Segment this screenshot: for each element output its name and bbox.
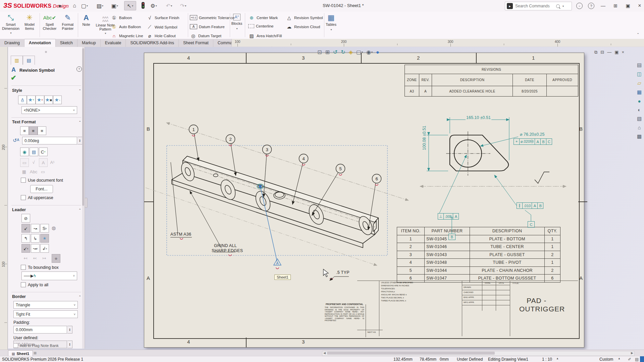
- select-tool-button[interactable]: ↖▾: [124, 1, 136, 10]
- note-grind-1[interactable]: GRIND ALL: [214, 243, 237, 248]
- underlined-leader-button[interactable]: ↲x: [40, 244, 49, 253]
- align-left-button[interactable]: ≡: [20, 126, 29, 135]
- save-button[interactable]: ▣▾: [111, 1, 119, 10]
- panel-help-icon[interactable]: ?: [76, 66, 82, 72]
- font-button[interactable]: Font...: [30, 185, 53, 193]
- no-leader-button[interactable]: ⊘: [21, 214, 30, 223]
- units-dropdown-arrow[interactable]: ▲: [618, 357, 621, 360]
- user-profile-icon[interactable]: ◦: [576, 3, 583, 9]
- redo-button[interactable]: ↷▾: [179, 1, 187, 10]
- search-commands-box[interactable]: ▸ ▾: [505, 2, 572, 10]
- tab-evaluate[interactable]: Evaluate: [101, 39, 126, 47]
- geometric-tolerance-button[interactable]: ⌖0.1Geometric Tolerance: [190, 15, 234, 20]
- style-save-button[interactable]: ★▣: [44, 96, 53, 104]
- scale-dropdown-arrow[interactable]: ▲: [556, 357, 559, 360]
- tab-markup[interactable]: Markup: [77, 39, 101, 47]
- leader-style-button[interactable]: ★: [52, 254, 60, 263]
- search-dropdown-arrow[interactable]: ▾: [562, 5, 564, 8]
- scene-icon[interactable]: ◐: [638, 107, 641, 113]
- revision-cloud-button[interactable]: ☁Revision Cloud: [286, 24, 320, 29]
- centerline-button[interactable]: Centerline: [248, 24, 273, 28]
- insert-finish-button[interactable]: √: [30, 158, 38, 166]
- align-right-button[interactable]: ≡: [38, 126, 46, 135]
- use-document-font-checkbox[interactable]: Use document font: [21, 178, 63, 183]
- scrollbar-thumb[interactable]: [327, 352, 495, 355]
- help-icon[interactable]: ?: [588, 3, 594, 9]
- ribbon-collapse-chevron[interactable]: ⌃: [637, 33, 639, 36]
- all-uppercase-checkbox[interactable]: All uppercase: [21, 195, 53, 200]
- doc-close-icon[interactable]: ×: [622, 50, 625, 55]
- doc-split-icon[interactable]: ⊟: [600, 50, 604, 55]
- text-format-section-header[interactable]: Text Format: [12, 120, 36, 124]
- scroll-left-arrow[interactable]: ◀: [323, 351, 326, 355]
- align-center-button[interactable]: ≡: [29, 126, 38, 135]
- new-document-button[interactable]: ▢▾: [80, 1, 89, 10]
- dim-width[interactable]: 165.10 ±0.51: [466, 115, 491, 120]
- fcf-perpendicularity[interactable]: ⊥.005A: [438, 213, 459, 220]
- weld-symbol-button[interactable]: ⟋Weld Symbol: [146, 24, 177, 30]
- tab-annotation[interactable]: Annotation: [24, 39, 56, 47]
- render-mode-icon[interactable]: ●: [376, 49, 379, 55]
- note-typ[interactable]: .5 TYP: [336, 270, 350, 275]
- flag-note-bank-checkbox[interactable]: Add to Flag Note Bank: [13, 343, 59, 348]
- style-section-header[interactable]: Style: [12, 88, 22, 93]
- insert-gtol-button[interactable]: ▭: [20, 158, 29, 167]
- zoom-to-area-icon[interactable]: ⊞: [325, 49, 329, 55]
- tags-icon[interactable]: ✐: [628, 357, 631, 362]
- border-style-dropdown[interactable]: Triangle˅: [13, 301, 78, 309]
- link-property-button[interactable]: ▤: [30, 147, 38, 156]
- add-symbol-button[interactable]: C+: [39, 147, 48, 156]
- datum-flag-c[interactable]: C: [528, 221, 535, 228]
- home-button[interactable]: ⌂: [70, 1, 78, 10]
- stack-note-button[interactable]: A¹: [48, 158, 56, 166]
- smart-dimension-button[interactable]: ⤡ Smart Dimension▾: [2, 14, 19, 35]
- magnetic-line-anchor[interactable]: [259, 185, 262, 188]
- blocks-button[interactable]: A° Blocks▾: [229, 14, 244, 31]
- leader-collapse-caret[interactable]: ⌃: [78, 208, 81, 212]
- panel-scrollbar[interactable]: [82, 47, 84, 349]
- to-bounding-box-checkbox[interactable]: To bounding box: [21, 265, 59, 270]
- leader-nearest-button[interactable]: ★: [40, 234, 49, 243]
- spell-checker-button[interactable]: Abc✔ Spell Checker: [41, 14, 58, 31]
- dim-height[interactable]: 100.08 ±0.51: [422, 125, 427, 151]
- custom-properties-icon[interactable]: ▧: [637, 116, 642, 122]
- area-hatch-button[interactable]: ▨Area Hatch/Fill: [248, 33, 282, 39]
- border-section-header[interactable]: Border: [12, 294, 26, 299]
- design-library-icon[interactable]: ◫: [637, 71, 642, 77]
- tab-configuration[interactable]: ▤: [23, 56, 35, 65]
- tab-sheet-format[interactable]: Sheet Format: [179, 39, 213, 47]
- spline-leader-button[interactable]: Sx: [40, 224, 49, 233]
- tab-drawing[interactable]: Drawing: [0, 39, 24, 47]
- insert-block-button[interactable]: ▭: [39, 168, 47, 176]
- balloon-button[interactable]: ①Balloon: [111, 15, 132, 20]
- search-input[interactable]: [515, 3, 556, 9]
- user-defined-spinner[interactable]: ▲▼: [67, 341, 72, 348]
- graphics-area[interactable]: 200 100 4 3 2 1 4 3 B A B A: [0, 47, 644, 350]
- doc-tile-icon[interactable]: ⧉: [594, 50, 597, 55]
- insert-datum-button[interactable]: A: [39, 158, 48, 167]
- angle-input[interactable]: 0.00deg: [22, 137, 77, 144]
- datum-target-button[interactable]: ◎Datum Target: [190, 33, 221, 39]
- view-palette-icon[interactable]: ▦: [637, 89, 642, 95]
- open-button[interactable]: ▨▾: [96, 1, 104, 10]
- apply-to-all-checkbox[interactable]: Apply to all: [21, 282, 48, 287]
- style-dropdown[interactable]: <NONE>˅: [21, 106, 77, 114]
- center-mark-button[interactable]: ⊕Center Mark: [248, 15, 278, 20]
- ok-checkmark-button[interactable]: ✔: [11, 74, 16, 82]
- doc-restore-icon[interactable]: ▣: [614, 50, 619, 55]
- panel-grip[interactable]: [45, 51, 47, 53]
- tab-solidworks-add-ins[interactable]: SOLIDWORKS Add-Ins: [126, 39, 179, 47]
- style-add-button[interactable]: ★+: [27, 96, 36, 104]
- style-delete-button[interactable]: ★×: [36, 96, 44, 104]
- tile-windows-button[interactable]: ⊞: [611, 1, 620, 10]
- padding-spinner[interactable]: ▲▼: [67, 326, 72, 334]
- add-sheet-icon[interactable]: ⊞: [34, 351, 37, 355]
- style-load-button[interactable]: ★↓: [53, 96, 62, 104]
- leader-section-header[interactable]: Leader: [12, 207, 26, 212]
- settings-gear-button[interactable]: ⚙▾: [150, 1, 158, 10]
- surface-finish-button[interactable]: √Surface Finish: [146, 15, 179, 20]
- style-collapse-caret[interactable]: ⌃: [78, 89, 81, 93]
- tables-button[interactable]: ▦ Tables▾: [323, 14, 339, 32]
- doc-minimize-icon[interactable]: —: [607, 50, 611, 55]
- home-pane-icon[interactable]: ⌂: [638, 125, 641, 130]
